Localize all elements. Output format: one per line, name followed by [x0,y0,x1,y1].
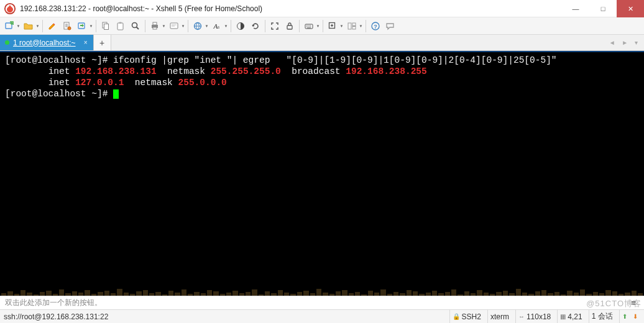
clear-dropdown[interactable]: ▼ [181,19,185,33]
svg-rect-22 [348,23,351,29]
minimize-button[interactable]: — [562,0,589,17]
keyboard-icon[interactable] [302,19,316,33]
svg-point-9 [132,22,137,27]
toolbar-separator [366,20,366,32]
svg-rect-1 [6,23,12,29]
toolbar-separator [145,20,145,32]
maximize-button[interactable]: □ [589,0,617,17]
toolbar-separator [231,20,231,32]
open-folder-icon[interactable] [22,19,35,33]
connection-status-icon [5,40,9,45]
window-title: 192.168.238.131:22 - root@localhost:~ - … [20,0,562,17]
arrow-up-icon: ⬆ [622,313,627,320]
paste-icon[interactable] [114,19,127,33]
color-scheme-icon[interactable] [234,19,247,33]
toolbar-separator [42,20,43,32]
svg-rect-12 [153,22,157,25]
title-bar: 192.168.238.131:22 - root@localhost:~ - … [0,0,644,17]
new-window-icon[interactable] [326,19,339,33]
new-session-icon[interactable] [2,19,16,33]
svg-rect-19 [287,25,292,29]
svg-rect-8 [119,22,122,24]
toolbar-separator [265,20,265,32]
status-bar: ssh://root@192.168.238.131:22 🔒SSH2 xter… [0,309,644,323]
font-icon[interactable]: Aa [210,19,224,33]
copy-icon[interactable] [99,19,113,33]
resize-icon: ↔ [518,313,525,320]
find-icon[interactable] [129,19,142,33]
toolbar-separator [299,20,300,32]
tab-nav-arrows[interactable]: ◄ ► ▾ [609,35,644,50]
encoding-icon[interactable] [191,19,205,33]
quick-button-hint: 双击此处添加一个新的按钮。 [5,298,102,308]
svg-rect-7 [117,23,123,30]
status-size: ↔110x18 [515,310,553,323]
svg-point-3 [68,27,71,30]
tab-close-icon[interactable]: × [82,39,90,47]
audio-equalizer-deco [0,283,644,296]
window-controls: — □ ✕ [562,0,644,17]
status-term-type: xterm [487,310,512,323]
svg-text:a: a [218,24,220,30]
quick-button-bar[interactable]: 双击此处添加一个新的按钮。 ≡ [0,296,644,309]
lock-icon[interactable] [283,19,297,33]
transfer-dropdown[interactable]: ▼ [89,19,93,33]
font-dropdown[interactable]: ▼ [224,19,228,33]
keyboard-dropdown[interactable]: ▼ [316,19,320,33]
netmask: 255.255.255.0 [211,66,281,76]
hamburger-icon[interactable]: ≡ [628,298,639,307]
grid-icon: ▦ [560,313,566,320]
prompt: [root@localhost ~]# [5,89,113,99]
ip-address: 127.0.0.1 [75,78,124,88]
command-text: ifconfig |grep "inet "| egrep "[0-9]|[1-… [113,55,557,65]
status-session: 1 会话 [589,310,615,323]
tab-add-button[interactable]: + [94,35,111,50]
help-icon[interactable]: ? [369,19,382,33]
toolbar-separator [323,20,323,32]
svg-rect-23 [352,23,356,26]
terminal-content: [root@localhost ~]# ifconfig |grep "inet… [0,52,644,102]
status-ssh: 🔒SSH2 [449,310,484,323]
svg-rect-6 [104,24,109,29]
status-updown: ⬆ ⬇ [619,310,640,323]
fullscreen-icon[interactable] [268,19,282,33]
toolbar-separator [96,20,96,32]
xshell-app-icon [4,2,16,15]
layout-dropdown[interactable]: ▼ [359,19,363,33]
terminal[interactable]: [root@localhost ~]# ifconfig |grep "inet… [0,51,644,296]
reconnect-icon[interactable] [249,19,262,33]
encoding-dropdown[interactable]: ▼ [205,19,209,33]
broadcast: 192.168.238.255 [346,66,427,76]
properties-icon[interactable] [60,19,74,33]
cursor [113,89,119,99]
new-window-dropdown[interactable]: ▼ [339,19,344,33]
layout-icon[interactable] [345,19,359,33]
ip-address: 192.168.238.131 [75,66,157,76]
tab-title: 1 root@localhost:~ [13,39,76,47]
open-dropdown[interactable]: ▼ [35,19,40,33]
edit-icon[interactable] [45,19,59,33]
transfer-icon[interactable] [75,19,89,33]
connection-url: ssh://root@192.168.238.131:22 [4,312,108,321]
prompt: [root@localhost ~]# [5,55,113,65]
status-cursor-pos: ▦4,21 [557,310,584,323]
svg-line-10 [137,27,139,29]
toolbar: ▼ ▼ ▼ ▼ ▼ ▼ Aa ▼ ▼ [0,17,644,35]
svg-text:?: ? [374,23,377,29]
new-session-dropdown[interactable]: ▼ [16,19,21,33]
clear-screen-icon[interactable] [167,19,181,33]
svg-rect-13 [153,27,157,29]
svg-rect-24 [352,26,356,29]
tab-session-1[interactable]: 1 root@localhost:~ × [0,35,94,50]
arrow-down-icon: ⬇ [633,313,638,320]
close-button[interactable]: ✕ [617,0,644,17]
netmask: 255.0.0.0 [178,78,226,88]
print-icon[interactable] [148,19,162,33]
tab-strip: 1 root@localhost:~ × + ◄ ► ▾ [0,35,644,51]
print-dropdown[interactable]: ▼ [162,19,166,33]
lock-icon: 🔒 [453,313,460,320]
chat-icon[interactable] [384,19,397,33]
toolbar-separator [188,20,188,32]
